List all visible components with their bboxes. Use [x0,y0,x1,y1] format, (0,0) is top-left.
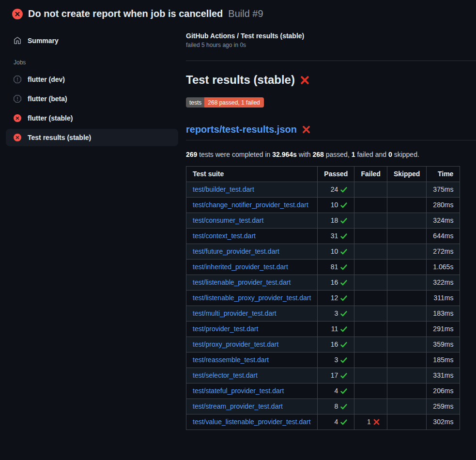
time-cell: 183ms [427,306,460,322]
passed-cell: 3 [318,353,354,368]
passed-cell: 10 [318,244,354,260]
time-cell: 644ms [427,229,460,244]
skipped-cell [387,399,426,414]
passed-cell-count: 8 [335,401,338,412]
sidebar-job-item[interactable]: Test results (stable) [6,129,178,146]
sidebar-job-item[interactable]: flutter (dev) [6,71,178,88]
passed-cell-count: 18 [331,215,338,226]
table-row: test/stateful_provider_test.dart4206ms [186,383,460,399]
passed-cell-count: 24 [331,184,338,195]
passed-cell-count: 12 [331,293,338,303]
passed-cell: 8 [318,399,354,414]
time-cell: 322ms [427,275,460,291]
passed-cell-count: 17 [331,370,338,381]
time-cell: 324ms [427,213,460,229]
summary-number: 32.964s [272,151,297,158]
sidebar-item-summary[interactable]: Summary [6,32,178,49]
failed-cell [354,337,387,353]
job-label: Test results (stable) [28,134,91,141]
stop-icon [14,95,21,103]
check-mark-icon [340,387,348,395]
test-suite-link[interactable]: test/change_notifier_provider_test.dart [193,201,308,209]
passed-cell-count: 11 [331,324,338,334]
skipped-cell [387,275,426,291]
passed-cell-count: 81 [331,262,338,272]
test-suite-link[interactable]: test/proxy_provider_test.dart [193,340,278,348]
skipped-cell [387,368,426,383]
tests-badge[interactable]: tests 268 passed, 1 failed [186,97,264,107]
divider [186,61,476,61]
table-row: test/selector_test.dart17331ms [186,368,460,383]
test-suite-link[interactable]: test/listenable_proxy_provider_test.dart [193,294,311,302]
check-mark-icon [340,341,348,349]
check-mark-icon [340,186,348,194]
test-suite-cell: test/multi_provider_test.dart [186,306,318,322]
test-suite-cell: test/proxy_provider_test.dart [186,337,318,353]
test-suite-cell: test/selector_test.dart [186,368,318,383]
test-suite-cell: test/provider_test.dart [186,322,318,337]
passed-cell: 10 [318,198,354,213]
time-cell: 331ms [427,368,460,383]
check-mark-icon [340,325,348,333]
tests-summary-line: 269 tests were completed in 32.964s with… [186,151,476,158]
table-row: test/listenable_provider_test.dart16322m… [186,275,460,291]
table-header-row: Test suite Passed Failed Skipped Time [186,167,460,182]
passed-cell-count: 10 [331,246,338,257]
test-suite-link[interactable]: test/reassemble_test.dart [193,356,269,364]
table-row: test/provider_test.dart11291ms [186,322,460,337]
table-row: test/future_provider_test.dart10272ms [186,244,460,260]
check-mark-icon [340,232,348,240]
failed-cell [354,306,387,322]
test-suite-link[interactable]: test/selector_test.dart [193,371,258,379]
cross-mark-icon [373,418,381,426]
passed-cell-count: 10 [331,200,338,210]
table-row: test/inherited_provider_test.dart811.065… [186,260,460,275]
test-suite-cell: test/stateful_provider_test.dart [186,383,318,399]
table-row: test/reassemble_test.dart3185ms [186,353,460,368]
failed-cell [354,353,387,368]
summary-number: 0 [388,151,392,158]
test-suite-link[interactable]: test/builder_test.dart [193,185,254,193]
badge-label: tests [186,97,204,107]
time-cell: 291ms [427,322,460,337]
test-suite-link[interactable]: test/consumer_test.dart [193,216,263,224]
test-suite-link[interactable]: test/multi_provider_test.dart [193,309,276,317]
passed-cell: 3 [318,306,354,322]
sidebar-job-item[interactable]: flutter (stable) [6,109,178,127]
passed-cell-count: 16 [331,277,338,288]
table-row: test/stream_provider_test.dart8259ms [186,399,460,414]
time-cell: 359ms [427,337,460,353]
table-row: test/value_listenable_provider_test.dart… [186,414,460,430]
check-mark-icon [340,403,348,411]
report-file-link[interactable]: reports/test-results.json [186,124,297,135]
column-header-time: Time [427,167,460,182]
test-suite-link[interactable]: test/future_provider_test.dart [193,247,279,255]
summary-number: 269 [186,151,197,158]
summary-text: with [297,151,313,158]
time-cell: 280ms [427,198,460,213]
passed-cell: 31 [318,229,354,244]
job-label: flutter (dev) [28,76,65,83]
passed-cell-count: 16 [331,339,338,350]
failed-cell [354,229,387,244]
sidebar-job-item[interactable]: flutter (beta) [6,90,178,107]
test-suite-link[interactable]: test/value_listenable_provider_test.dart [193,418,311,426]
test-suite-link[interactable]: test/context_test.dart [193,232,256,240]
check-mark-icon [340,418,348,426]
column-header-passed: Passed [318,167,354,182]
jobs-section-label: Jobs [6,55,178,69]
job-label: flutter (beta) [28,95,67,103]
test-suite-link[interactable]: test/inherited_provider_test.dart [193,263,288,271]
test-suite-link[interactable]: test/stream_provider_test.dart [193,402,283,410]
test-suite-link[interactable]: test/listenable_provider_test.dart [193,278,291,286]
table-row: test/proxy_provider_test.dart16359ms [186,337,460,353]
summary-number: 1 [352,151,355,158]
failed-cell [354,291,387,306]
failed-cell-count: 1 [367,417,371,427]
test-suite-link[interactable]: test/provider_test.dart [193,325,258,333]
passed-cell: 81 [318,260,354,275]
summary-number: 268 [313,151,324,158]
table-row: test/change_notifier_provider_test.dart1… [186,198,460,213]
test-suite-link[interactable]: test/stateful_provider_test.dart [193,387,284,395]
column-header-failed: Failed [354,167,387,182]
